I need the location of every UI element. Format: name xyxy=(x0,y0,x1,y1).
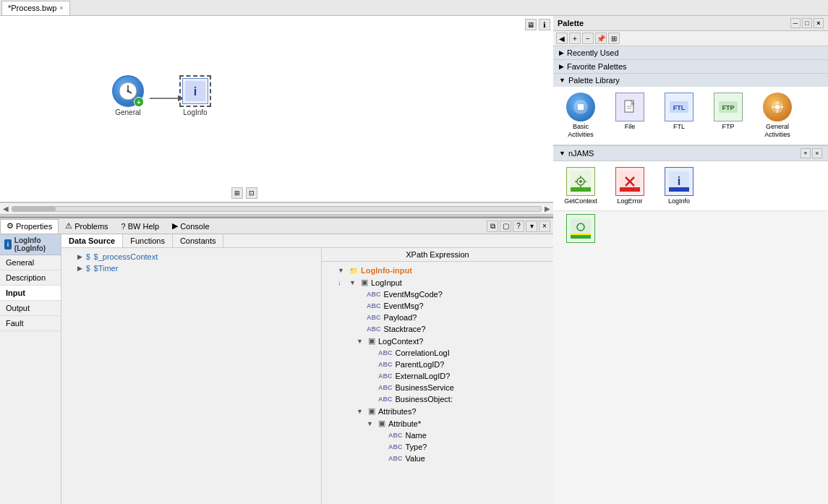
loginfo-node[interactable]: i LogInfo xyxy=(179,75,211,116)
palette-item-general[interactable]: GeneralActivities xyxy=(756,93,799,139)
props-nav: General Description Input Output Fault xyxy=(0,255,61,331)
panel-help[interactable]: ? xyxy=(513,221,524,232)
xpath-eventmsg[interactable]: ABC EventMsg? xyxy=(325,300,550,312)
xpath-loginfo-input[interactable]: ▼ 📁 LogInfo-input xyxy=(325,265,550,276)
scroll-left-arrow[interactable]: ◀ xyxy=(3,205,9,213)
tab-label: *Process.bwp xyxy=(8,4,56,12)
svg-text:i: i xyxy=(194,85,197,98)
loginfo-header-icon: i xyxy=(4,239,12,249)
palette-btn-back[interactable]: ◀ xyxy=(556,33,568,44)
horizontal-scrollbar[interactable]: ◀ ▶ xyxy=(0,202,553,214)
ftp-label: FTP xyxy=(722,123,735,130)
panel-close[interactable]: × xyxy=(539,221,550,232)
xpath-businessservice[interactable]: ABC BusinessService xyxy=(325,382,550,393)
more1-icon xyxy=(566,214,595,243)
tab-datasource[interactable]: Data Source xyxy=(61,234,123,247)
tab-constants[interactable]: Constants xyxy=(173,234,224,247)
xpath-logcontext[interactable]: ▼ ▣ LogContext? xyxy=(325,335,550,347)
getcontext-label: GetContext xyxy=(564,197,597,205)
canvas-tool-2[interactable]: ℹ xyxy=(539,19,550,30)
njams-item-getcontext[interactable]: GetContext xyxy=(559,167,602,205)
tab-functions[interactable]: Functions xyxy=(123,234,173,247)
tab-close-button[interactable]: × xyxy=(59,4,63,12)
palette-library-header[interactable]: ▼ Palette Library xyxy=(553,74,828,87)
file-icon xyxy=(615,93,644,121)
palette-toolbar: ◀ + − 📌 ⊞ xyxy=(553,31,828,46)
canvas-mini-ctrl-2[interactable]: ⊡ xyxy=(246,187,257,199)
favorite-arrow: ▶ xyxy=(559,63,564,70)
xpath-eventmsgcode[interactable]: ABC EventMsgCode? xyxy=(325,289,550,300)
palette-library-items: BasicActivities File FTL xyxy=(553,87,828,145)
xpath-panel: XPath Expression ▼ 📁 LogInfo-input xyxy=(322,248,553,504)
tab-console[interactable]: ▶ Console xyxy=(166,219,215,234)
njams-header[interactable]: ▼ nJAMS + × xyxy=(553,145,828,161)
palette-btn-zoom-in[interactable]: + xyxy=(569,33,581,44)
xpath-externallogid[interactable]: ABC ExternalLogID? xyxy=(325,370,550,382)
ftl-icon: FTL xyxy=(665,93,693,121)
properties-icon: ⚙ xyxy=(7,221,14,231)
xpath-tree: ▼ 📁 LogInfo-input ↓ ▼ xyxy=(322,262,553,504)
props-tabs: Data Source Functions Constants xyxy=(61,234,553,248)
nav-output[interactable]: Output xyxy=(0,301,61,316)
njams-section: ▼ nJAMS + × xyxy=(553,145,828,246)
palette-panel: Palette ─ □ × ◀ + − 📌 ⊞ ▶ xyxy=(553,16,828,504)
nav-fault[interactable]: Fault xyxy=(0,316,61,331)
connector-svg xyxy=(0,16,553,202)
recently-used-header[interactable]: ▶ Recently Used xyxy=(553,46,828,59)
nav-input[interactable]: Input xyxy=(0,286,61,301)
njams-item-more1[interactable] xyxy=(559,214,602,243)
nav-general[interactable]: General xyxy=(0,255,61,270)
basic-icon xyxy=(566,93,595,121)
process-tab[interactable]: *Process.bwp × xyxy=(1,1,70,15)
xpath-loginput-row[interactable]: ↓ ▼ ▣ LogInput xyxy=(325,276,550,289)
basic-label: BasicActivities xyxy=(568,123,594,139)
palette-btn-zoom-out[interactable]: − xyxy=(582,33,594,44)
xpath-payload[interactable]: ABC Payload? xyxy=(325,312,550,323)
svg-text:FTP: FTP xyxy=(722,104,735,111)
panel-maximize[interactable]: ▢ xyxy=(500,221,511,232)
scroll-right-arrow[interactable]: ▶ xyxy=(545,205,550,213)
timer-tree-label: $Timer xyxy=(94,264,119,273)
xpath-parentlogid[interactable]: ABC ParentLogID? xyxy=(325,359,550,370)
njams-btn-2[interactable]: × xyxy=(812,148,822,158)
palette-item-file[interactable]: File xyxy=(608,93,652,139)
palette-scroll: ▶ Recently Used ▶ Favorite Palettes ▼ Pa xyxy=(553,46,828,504)
tree-item-timer[interactable]: ▶ $‍ $Timer xyxy=(64,262,318,274)
palette-item-basic[interactable]: BasicActivities xyxy=(559,93,602,139)
tree-item-processcontext[interactable]: ▶ $‍ $_processContext xyxy=(64,251,318,262)
palette-close[interactable]: × xyxy=(814,18,824,28)
panel-minimize[interactable]: ⧉ xyxy=(487,221,498,232)
props-header: i LogInfo (LogInfo) xyxy=(0,234,61,255)
panel-settings[interactable]: ▾ xyxy=(526,221,537,232)
xpath-value[interactable]: ABC Value xyxy=(325,453,550,464)
canvas-tool-1[interactable]: 🖥 xyxy=(525,19,537,30)
palette-item-ftl[interactable]: FTL FTL xyxy=(657,93,701,139)
timer-node[interactable]: + General xyxy=(112,75,144,116)
palette-btn-pin[interactable]: 📌 xyxy=(595,33,607,44)
nav-description[interactable]: Description xyxy=(0,270,61,286)
xpath-stacktrace[interactable]: ABC Stacktrace? xyxy=(325,323,550,335)
xpath-businessobject[interactable]: ABC BusinessObject: xyxy=(325,393,550,405)
xpath-attribute[interactable]: ▼ ▣ Attribute* xyxy=(325,417,550,430)
xpath-type[interactable]: ABC Type? xyxy=(325,441,550,453)
favorite-header[interactable]: ▶ Favorite Palettes xyxy=(553,60,828,73)
palette-btn-layout[interactable]: ⊞ xyxy=(608,33,620,44)
njams-item-logerror[interactable]: LogError xyxy=(608,167,652,205)
tab-problems[interactable]: ⚠ Problems xyxy=(59,219,114,234)
palette-minimize[interactable]: ─ xyxy=(790,18,801,28)
svg-point-17 xyxy=(775,105,780,109)
svg-rect-29 xyxy=(571,187,591,192)
tab-properties[interactable]: ⚙ Properties xyxy=(0,219,59,234)
palette-maximize[interactable]: □ xyxy=(802,18,812,28)
palette-library-arrow: ▼ xyxy=(559,77,565,84)
xpath-attributes[interactable]: ▼ ▣ Attributes? xyxy=(325,405,550,417)
njams-btn-1[interactable]: + xyxy=(801,148,811,158)
canvas-mini-ctrl-1[interactable]: ⊞ xyxy=(231,187,243,199)
tab-bwhelp[interactable]: ? BW Help xyxy=(115,219,166,234)
njams-items: GetContext xyxy=(553,161,828,210)
palette-item-ftp[interactable]: FTP FTP xyxy=(707,93,750,139)
xpath-name[interactable]: ABC Name xyxy=(325,430,550,441)
njams-item-loginfo2[interactable]: i LogInfo xyxy=(657,167,701,205)
svg-rect-33 xyxy=(620,187,640,192)
xpath-correlationlogi[interactable]: ABC CorrelationLogI xyxy=(325,347,550,359)
